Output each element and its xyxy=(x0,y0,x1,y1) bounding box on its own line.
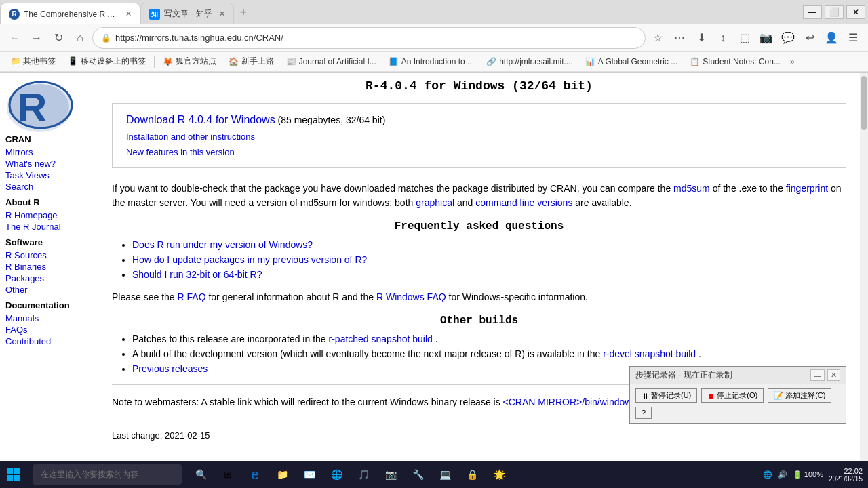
features-link[interactable]: New features in this version xyxy=(126,147,832,157)
sidebar-link-faqs[interactable]: FAQs xyxy=(5,325,93,335)
cmdline-link[interactable]: command line versions xyxy=(475,197,572,208)
bookmark-journal[interactable]: 📰 Journal of Artificial I... xyxy=(281,56,382,68)
windows-start-button[interactable] xyxy=(0,461,27,488)
faq-item-1: Does R run under my version of Windows? xyxy=(132,239,846,250)
sidebar-link-r-sources[interactable]: R Sources xyxy=(5,250,93,260)
taskbar-app-10[interactable]: 💻 xyxy=(433,462,457,487)
rpatched-link[interactable]: r-patched snapshot build xyxy=(329,333,433,344)
sidebar-link-other[interactable]: Other xyxy=(5,285,93,295)
sidebar-section-about: About R R Homepage The R Journal xyxy=(5,197,93,232)
screenshot-icon[interactable]: 📷 xyxy=(757,28,776,47)
forward-button[interactable]: → xyxy=(27,28,46,47)
download-size: (85 megabytes, 32/64 bit) xyxy=(278,115,386,125)
history-icon[interactable]: ↩ xyxy=(800,28,819,47)
stop-label: 停止记录(O) xyxy=(717,390,757,401)
bookmark-intro[interactable]: 📘 An Introduction to ... xyxy=(383,56,479,68)
tab-2-close-icon[interactable]: ✕ xyxy=(219,9,225,18)
fingerprint-link[interactable]: fingerprint xyxy=(786,183,828,194)
taskbar-edge-icon[interactable]: e xyxy=(243,462,267,487)
taskbar: 🔍 ⊞ e 📁 ✉️ 🌐 🎵 📷 🔧 💻 🔒 🌟 🌐 🔊 🔋 100% 22:0… xyxy=(0,461,868,488)
home-button[interactable]: ⌂ xyxy=(71,28,90,47)
sidebar-link-r-binaries[interactable]: R Binaries xyxy=(5,262,93,272)
back-button[interactable]: ← xyxy=(5,28,24,47)
bookmark-newuser[interactable]: 🏠 新手上路 xyxy=(223,54,279,68)
bookmark-geometric[interactable]: 📊 A Global Geometric ... xyxy=(580,56,683,68)
taskbar-app-9[interactable]: 🔧 xyxy=(406,462,430,487)
scrollbar-thumb[interactable] xyxy=(861,76,867,130)
taskbar-app-12[interactable]: 🌟 xyxy=(487,462,511,487)
bookmark-journal-label: Journal of Artificial I... xyxy=(299,57,376,66)
install-link[interactable]: Installation and other instructions xyxy=(126,131,832,142)
sidebar: R CRAN Mirrors What's new? Task Views Se… xyxy=(0,73,98,464)
more-options-icon[interactable]: ⋯ xyxy=(670,28,689,47)
settings-icon[interactable]: ☰ xyxy=(844,28,863,47)
account-icon[interactable]: 👤 xyxy=(822,28,841,47)
new-tab-button[interactable]: + xyxy=(234,3,253,22)
main-scrollbar[interactable] xyxy=(860,73,868,464)
sidebar-link-r-homepage[interactable]: R Homepage xyxy=(5,210,93,220)
faq-link-1[interactable]: Does R run under my version of Windows? xyxy=(132,239,313,250)
sync-icon[interactable]: ↕ xyxy=(713,28,732,47)
md5sum-link[interactable]: md5sum xyxy=(673,183,710,194)
tab-2[interactable]: 知 写文章 - 知乎 ✕ xyxy=(140,3,234,24)
more-bookmarks-button[interactable]: » xyxy=(787,56,797,68)
sidebar-link-mirrors[interactable]: Mirrors xyxy=(5,147,93,157)
address-bar[interactable]: 🔒 https://mirrors.tuna.tsinghua.edu.cn/C… xyxy=(92,27,646,49)
download-icon[interactable]: ⬇ xyxy=(692,28,711,47)
annotate-label: 添加注释(C) xyxy=(785,390,825,401)
sidebar-link-r-journal[interactable]: The R Journal xyxy=(5,222,93,232)
taskbar-app-6[interactable]: 🌐 xyxy=(324,462,349,487)
refresh-button[interactable]: ↻ xyxy=(49,28,68,47)
minimize-window-button[interactable]: — xyxy=(803,5,822,19)
bookmark-student[interactable]: 📋 Student Notes: Con... xyxy=(684,56,786,68)
previous-releases-link[interactable]: Previous releases xyxy=(132,363,208,374)
notification-close-button[interactable]: ✕ xyxy=(827,369,840,381)
sidebar-link-search[interactable]: Search xyxy=(5,182,93,192)
bookmarks-folder-icon[interactable]: 📁 其他书签 xyxy=(5,54,61,68)
rdevel-link[interactable]: r-devel snapshot build xyxy=(603,348,696,359)
taskbar-network-icon[interactable]: 🌐 xyxy=(763,470,772,479)
taskbar-battery-icon[interactable]: 🔋 100% xyxy=(793,470,823,479)
rfaq-link-1[interactable]: R FAQ xyxy=(178,291,206,302)
notification-minimize-button[interactable]: — xyxy=(810,369,825,381)
rfaq-link-2[interactable]: R Windows FAQ xyxy=(376,291,446,302)
other-builds-title: Other builds xyxy=(112,314,846,327)
download-link[interactable]: Download R 4.0.4 for Windows xyxy=(126,114,275,125)
sidebar-link-packages[interactable]: Packages xyxy=(5,273,93,283)
annotate-button[interactable]: 📝 添加注释(C) xyxy=(768,388,831,403)
taskbar-explorer-icon[interactable]: 📁 xyxy=(270,462,294,487)
sidebar-link-whats-new[interactable]: What's new? xyxy=(5,159,93,169)
page-wrapper: R CRAN Mirrors What's new? Task Views Se… xyxy=(0,73,868,464)
help-button[interactable]: ? xyxy=(635,407,652,419)
tab-1[interactable]: R The Comprehensive R Archi... ✕ xyxy=(0,3,140,24)
notification-title: 步骤记录器 - 现在正在录制 xyxy=(635,369,732,381)
chat-icon[interactable]: 💬 xyxy=(778,28,797,47)
bookmark-student-label: Student Notes: Con... xyxy=(703,57,781,66)
tab-groups-icon[interactable]: ⬚ xyxy=(735,28,754,47)
close-window-button[interactable]: ✕ xyxy=(846,5,865,19)
bookmark-foxofficial[interactable]: 🦊 狐官方站点 xyxy=(157,54,222,68)
taskbar-taskview-icon[interactable]: ⊞ xyxy=(216,462,240,487)
sidebar-link-manuals[interactable]: Manuals xyxy=(5,313,93,323)
faq-link-3[interactable]: Should I run 32-bit or 64-bit R? xyxy=(132,269,262,280)
r-logo: R xyxy=(5,79,93,134)
sidebar-link-task-views[interactable]: Task Views xyxy=(5,170,93,180)
sidebar-link-contributed[interactable]: Contributed xyxy=(5,336,93,346)
taskbar-search-input[interactable] xyxy=(33,464,182,485)
taskbar-app-8[interactable]: 📷 xyxy=(378,462,403,487)
pause-record-button[interactable]: ⏸ 暂停记录(U) xyxy=(635,388,697,403)
taskbar-app-7[interactable]: 🎵 xyxy=(351,462,376,487)
stop-record-button[interactable]: ⏹ 停止记录(O) xyxy=(701,388,764,403)
tab-1-close-icon[interactable]: ✕ xyxy=(125,9,132,18)
maximize-window-button[interactable]: ⬜ xyxy=(825,5,844,19)
taskbar-mail-icon[interactable]: ✉️ xyxy=(297,462,321,487)
taskbar-volume-icon[interactable]: 🔊 xyxy=(778,470,787,479)
bookmark-jmlr[interactable]: 🔗 http://jmlr.csail.mit.... xyxy=(481,56,578,68)
mobile-bookmarks-folder[interactable]: 📱 移动设备上的书签 xyxy=(62,54,151,68)
faq-link-2[interactable]: How do I update packages in my previous … xyxy=(132,254,367,265)
taskbar-search-icon[interactable]: 🔍 xyxy=(189,462,213,487)
taskbar-app-11[interactable]: 🔒 xyxy=(460,462,484,487)
graphical-link[interactable]: graphical xyxy=(416,197,454,208)
taskbar-time[interactable]: 22:02 2021/02/15 xyxy=(829,467,863,483)
bookmark-star-icon[interactable]: ☆ xyxy=(648,28,667,47)
